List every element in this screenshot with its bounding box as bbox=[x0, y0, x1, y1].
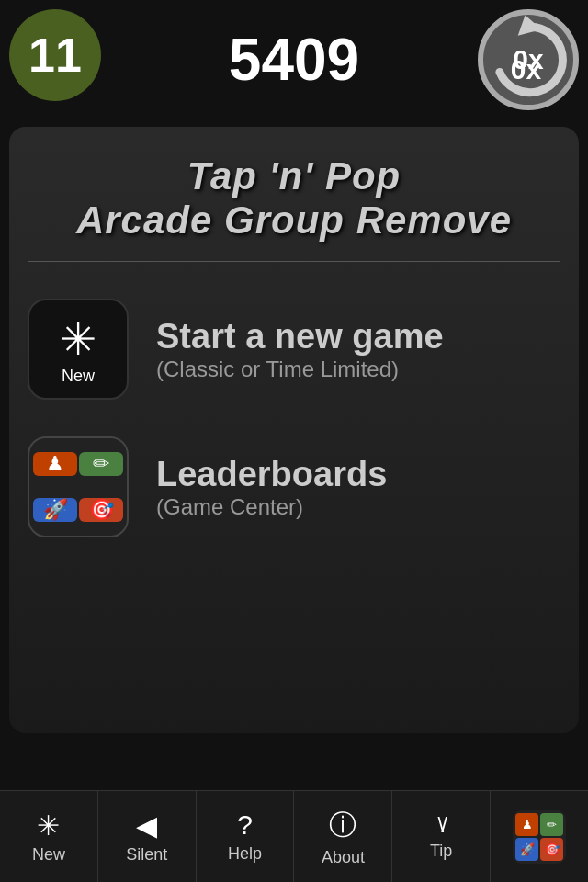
lb-cell-4: 🎯 bbox=[79, 498, 123, 522]
gc-cell-1: ♟ bbox=[515, 813, 538, 836]
help-icon: ? bbox=[237, 809, 253, 841]
leaderboard-text: Leaderboards (Game Center) bbox=[156, 455, 560, 520]
gc-cell-2: ✏ bbox=[540, 813, 563, 836]
multiplier-text: 0x bbox=[513, 44, 543, 75]
help-label: Help bbox=[228, 844, 262, 864]
tip-icon: \/ bbox=[438, 812, 445, 838]
lb-cell-2: ✏ bbox=[79, 452, 123, 476]
lives-indicator: 11 bbox=[9, 9, 101, 101]
help-button[interactable]: ? Help bbox=[197, 791, 295, 882]
lives-count: 11 bbox=[28, 28, 82, 83]
gc-cell-3: 🚀 bbox=[515, 838, 538, 861]
lb-cell-1: ♟ bbox=[33, 452, 77, 476]
new-button[interactable]: ✳ New bbox=[0, 791, 98, 882]
star-icon: ✳ bbox=[60, 313, 96, 365]
leaderboard-label: Leaderboards bbox=[156, 455, 560, 494]
silent-button[interactable]: ◀ Silent bbox=[98, 791, 197, 882]
title-divider bbox=[28, 261, 560, 262]
new-game-icon: ✳ New bbox=[28, 299, 129, 400]
speaker-icon: ◀ bbox=[136, 809, 157, 842]
top-bar: 11 5409 0x bbox=[0, 0, 588, 119]
silent-label: Silent bbox=[126, 845, 167, 865]
gc-cell-4: 🎯 bbox=[540, 838, 563, 861]
new-game-sublabel: (Classic or Time Limited) bbox=[156, 356, 560, 382]
info-icon: ⓘ bbox=[329, 807, 356, 844]
main-panel: Tap 'n' Pop Arcade Group Remove ✳ New St… bbox=[9, 127, 579, 733]
lb-cell-3: 🚀 bbox=[33, 498, 77, 522]
about-label: About bbox=[322, 848, 365, 867]
new-bottom-label: New bbox=[32, 845, 65, 865]
new-bottom-icon: ✳ bbox=[37, 809, 60, 842]
game-title: Tap 'n' Pop Arcade Group Remove bbox=[28, 154, 560, 243]
leaderboard-icon: ♟ ✏ 🚀 🎯 bbox=[28, 436, 129, 537]
tip-label: Tip bbox=[430, 842, 452, 861]
gamecenter-icon: ♟ ✏ 🚀 🎯 bbox=[513, 810, 566, 864]
gamecenter-button[interactable]: ♟ ✏ 🚀 🎯 bbox=[491, 791, 588, 882]
new-game-text: Start a new game (Classic or Time Limite… bbox=[156, 317, 560, 382]
new-game-item[interactable]: ✳ New Start a new game (Classic or Time … bbox=[28, 299, 560, 400]
score-display: 5409 bbox=[229, 26, 359, 94]
multiplier-button[interactable]: 0x bbox=[478, 9, 579, 110]
leaderboard-item[interactable]: ♟ ✏ 🚀 🎯 Leaderboards (Game Center) bbox=[28, 436, 560, 537]
new-icon-label: New bbox=[62, 367, 95, 386]
about-button[interactable]: ⓘ About bbox=[294, 791, 392, 882]
title-line1: Tap 'n' Pop bbox=[28, 154, 560, 198]
leaderboard-sublabel: (Game Center) bbox=[156, 494, 560, 520]
tip-button[interactable]: \/ Tip bbox=[392, 791, 491, 882]
title-line2: Arcade Group Remove bbox=[28, 198, 560, 243]
new-game-label: Start a new game bbox=[156, 317, 560, 356]
bottom-bar: ✳ New ◀ Silent ? Help ⓘ About \/ Tip ♟ ✏… bbox=[0, 790, 588, 882]
